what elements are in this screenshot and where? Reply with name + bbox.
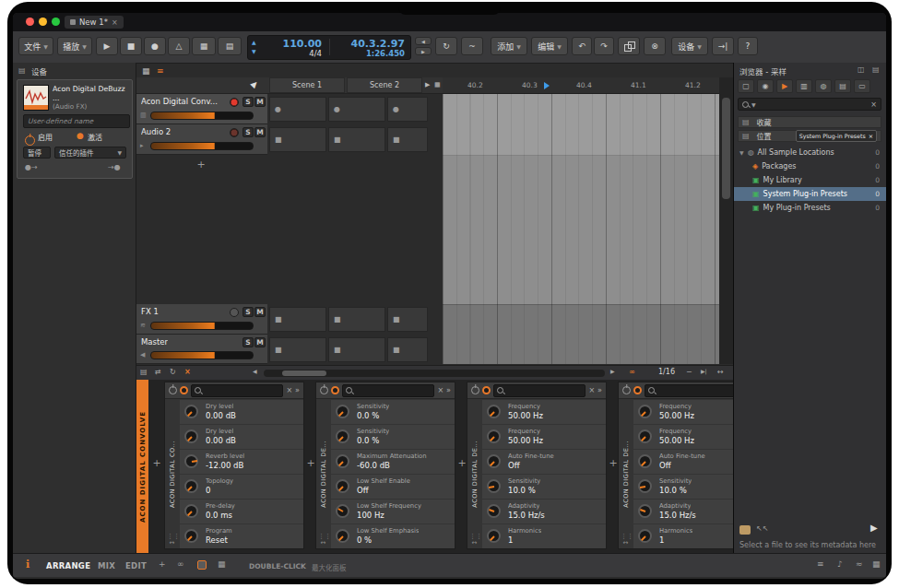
mute-button[interactable]: M [254,307,266,317]
clip-slot[interactable]: ● [328,97,385,122]
drag-handle-icon[interactable]: ⋮⋮↔ [469,534,479,547]
device-knob-icon[interactable] [331,386,339,394]
mute-button[interactable]: M [254,337,266,347]
close-icon[interactable]: × [588,386,595,394]
drag-handle-icon[interactable]: ⋮⋮↔ [318,534,328,547]
tree-item-all-sample-locations[interactable]: ▼ ◍ All Sample Locations 0 [734,146,886,159]
duplicate-button[interactable] [618,37,640,55]
param-knob[interactable] [487,429,501,443]
scene-header[interactable]: Scene 1 [269,77,345,93]
edit-menu-button[interactable]: 编辑▼ [531,37,568,55]
playhead-marker[interactable] [544,82,550,89]
mixer-strip-icon[interactable]: ≡ [817,560,824,569]
param-value[interactable]: Reset [206,535,228,545]
clear-icon[interactable]: × [184,369,191,376]
param-knob[interactable] [184,454,198,468]
project-tab[interactable]: New 1* × [65,16,124,29]
play-button[interactable]: ▶ [96,37,118,55]
link-icon[interactable]: ∞ [177,560,184,569]
clip-slot[interactable]: ■ [269,127,326,152]
track-chain-strip[interactable]: ACON DIGITAL CONVOLVE [136,380,148,553]
play-menu-button[interactable]: 播放▼ [57,37,92,55]
track-header-fx1[interactable]: FX 1 S M ≋ [136,304,267,335]
close-icon[interactable]: × [437,386,444,394]
browser-tab-files[interactable]: ▤ [834,79,851,93]
param-knob[interactable] [638,529,652,543]
device-title-strip[interactable]: ACON DIGITAL DE... ⋮⋮↔ [619,399,633,549]
solo-button[interactable]: S [242,337,254,347]
param-value[interactable]: 1 [508,535,513,545]
param-knob[interactable] [336,454,349,468]
scrollbar-thumb[interactable] [722,98,730,199]
param-value[interactable]: 0 [206,486,210,495]
favorites-section-header[interactable]: ▤ 收藏 [738,116,881,128]
track-list-icon[interactable]: ≡ [157,66,164,76]
scene-grid-icon[interactable]: ▦ [434,81,441,88]
redo-button[interactable]: ↷ [594,37,614,55]
device-power-icon[interactable] [471,386,479,394]
device-active-icon[interactable]: ● [77,131,84,140]
param-knob[interactable] [487,504,501,518]
solo-button[interactable]: S [242,307,254,317]
clip-slot[interactable]: ■ [387,337,428,362]
track-header-acon[interactable]: Acon Digital Conv... S M ▥ [136,94,267,124]
param-value[interactable]: 0.0 % [357,436,379,445]
tree-item-my-plugin-presets[interactable]: ▣ My Plug-in Presets 0 [734,201,886,215]
expand-icon[interactable]: » [295,386,300,394]
preview-play-icon[interactable]: ▶ [870,523,878,533]
expand-caret-icon[interactable]: ▼ [739,150,744,156]
grid-resolution-value[interactable]: 1/16 [658,369,675,376]
browser-tab-devices[interactable]: ▢ [738,79,754,93]
grid-settings-icon[interactable]: ▤ [140,369,148,376]
tree-item-system-plugin-presets[interactable]: ▣ System Plug-in Presets 0 [734,187,886,201]
add-track-button[interactable]: + [194,159,208,171]
clip-slot[interactable]: ■ [387,307,428,332]
device-acon-debuzz-3[interactable]: × » ACON DIGITAL DE... ⋮⋮↔ Frequency 50.… [618,382,733,549]
drag-handle-icon[interactable]: ⋮⋮↔ [621,534,631,547]
crosshair-icon[interactable]: + [159,560,166,569]
scrollbar-thumb[interactable] [282,370,326,376]
arranger-vertical-scrollbar[interactable] [719,77,733,364]
display-profile-button[interactable]: ▤ [218,37,242,55]
panel-layout-icon[interactable]: ◫ [858,65,865,74]
note-grid-icon[interactable]: ▦ [218,560,226,569]
device-name-input[interactable]: User-defined name [23,114,130,128]
note-icon[interactable]: ♪ [837,560,843,569]
param-value[interactable]: 50.00 Hz [508,436,543,445]
param-knob[interactable] [638,429,652,443]
param-knob[interactable] [638,504,652,518]
suspend-button[interactable]: 暂停 [23,147,51,159]
scroll-right-icon[interactable]: ▶ [610,369,615,374]
scroll-left-icon[interactable]: ◀ [253,369,257,374]
preset-search-field[interactable] [342,384,434,397]
param-knob[interactable] [638,405,652,418]
param-knob[interactable] [487,454,501,468]
clip-slot[interactable]: ■ [328,127,385,152]
param-value[interactable]: 100 Hz [357,511,384,520]
device-power-icon[interactable] [169,386,177,394]
param-knob[interactable] [184,429,198,443]
param-knob[interactable] [487,405,501,418]
mute-button[interactable]: M [254,127,266,137]
param-knob[interactable] [184,529,198,543]
close-window-button[interactable] [26,18,34,26]
solo-button[interactable]: S [242,127,254,137]
add-device-button[interactable]: + [151,457,162,470]
device-enable-icon[interactable] [25,135,35,146]
maximize-window-button[interactable] [52,18,60,26]
browser-tab-monitor[interactable]: ▭ [854,79,870,93]
param-value[interactable]: 50.00 Hz [659,436,694,445]
track-header-audio2[interactable]: Audio 2 S M ▸ [136,124,267,155]
remove-filter-icon[interactable]: × [869,133,873,139]
clip-slot[interactable]: ■ [387,127,428,152]
metronome-button[interactable]: △ [168,37,190,55]
expand-icon[interactable]: » [446,386,451,394]
param-value[interactable]: Off [357,486,369,495]
device-menu-button[interactable]: 设备▼ [671,37,708,55]
clip-slot[interactable]: ● [387,97,428,122]
record-arm-button[interactable] [230,98,239,107]
stop-button[interactable]: ■ [120,37,142,55]
time-signature-value[interactable]: 4/4 [289,49,322,58]
monitor-button[interactable] [230,308,239,317]
param-value[interactable]: 50.00 Hz [659,411,694,420]
